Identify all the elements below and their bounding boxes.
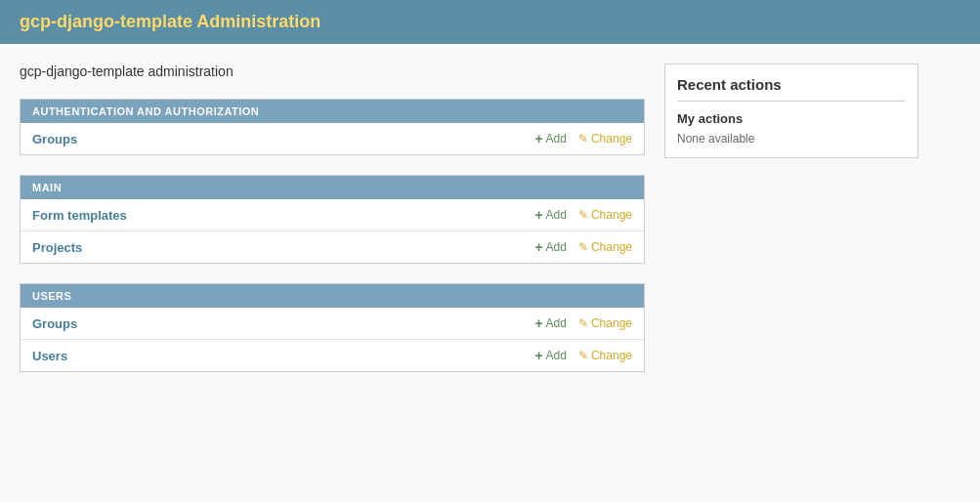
row-label[interactable]: Groups (32, 132, 534, 146)
module-auth: AUTHENTICATION AND AUTHORIZATIONGroups+A… (20, 99, 645, 155)
add-label: Add (546, 349, 567, 362)
change-label: Change (591, 132, 632, 146)
row-label[interactable]: Projects (32, 240, 534, 255)
change-link[interactable]: ✎Change (578, 349, 632, 362)
table-row: Users+Add✎Change (21, 340, 644, 371)
table-row: Groups+Add✎Change (21, 123, 644, 154)
page-subtitle: gcp-django-template administration (20, 63, 645, 79)
main-content: gcp-django-template administration AUTHE… (0, 44, 980, 411)
site-title[interactable]: gcp-django-template Administration (20, 12, 320, 31)
add-label: Add (546, 316, 567, 330)
change-label: Change (591, 240, 632, 254)
row-label[interactable]: Users (32, 349, 534, 363)
add-link[interactable]: +Add (534, 131, 567, 146)
add-link[interactable]: +Add (534, 315, 567, 331)
plus-icon: + (534, 131, 542, 146)
sections-container: AUTHENTICATION AND AUTHORIZATIONGroups+A… (20, 99, 645, 372)
table-row: Form templates+Add✎Change (21, 199, 644, 231)
row-actions: +Add✎Change (534, 131, 632, 146)
recent-actions-module: Recent actions My actions None available (664, 63, 918, 158)
row-actions: +Add✎Change (534, 348, 632, 363)
none-available-text: None available (677, 132, 906, 146)
pencil-icon: ✎ (578, 132, 588, 146)
add-label: Add (546, 240, 567, 254)
module-main: MAINForm templates+Add✎ChangeProjects+Ad… (20, 175, 645, 264)
row-label[interactable]: Form templates (32, 208, 534, 223)
module-header-main: MAIN (21, 176, 644, 199)
plus-icon: + (534, 315, 542, 331)
add-link[interactable]: +Add (534, 207, 567, 223)
change-label: Change (591, 316, 632, 330)
change-link[interactable]: ✎Change (578, 316, 632, 330)
change-link[interactable]: ✎Change (578, 240, 632, 254)
pencil-icon: ✎ (578, 208, 588, 222)
change-label: Change (591, 208, 632, 222)
plus-icon: + (534, 348, 542, 363)
pencil-icon: ✎ (578, 240, 588, 254)
change-link[interactable]: ✎Change (578, 132, 632, 146)
row-actions: +Add✎Change (534, 239, 632, 255)
recent-actions-title: Recent actions (677, 76, 906, 102)
module-header-auth: AUTHENTICATION AND AUTHORIZATION (21, 100, 644, 123)
add-label: Add (546, 132, 567, 146)
add-link[interactable]: +Add (534, 348, 567, 363)
add-label: Add (546, 208, 567, 222)
table-row: Projects+Add✎Change (21, 231, 644, 263)
pencil-icon: ✎ (578, 316, 588, 330)
change-label: Change (591, 349, 632, 362)
my-actions-label: My actions (677, 111, 906, 126)
left-column: gcp-django-template administration AUTHE… (20, 63, 645, 392)
row-label[interactable]: Groups (32, 316, 534, 331)
plus-icon: + (534, 207, 542, 223)
row-actions: +Add✎Change (534, 315, 632, 331)
row-actions: +Add✎Change (534, 207, 632, 223)
plus-icon: + (534, 239, 542, 255)
right-column: Recent actions My actions None available (664, 63, 918, 392)
change-link[interactable]: ✎Change (578, 208, 632, 222)
module-users: USERSGroups+Add✎ChangeUsers+Add✎Change (20, 283, 645, 372)
module-header-users: USERS (21, 284, 644, 308)
pencil-icon: ✎ (578, 349, 588, 362)
site-header: gcp-django-template Administration (0, 0, 980, 44)
table-row: Groups+Add✎Change (21, 308, 644, 340)
add-link[interactable]: +Add (534, 239, 567, 255)
